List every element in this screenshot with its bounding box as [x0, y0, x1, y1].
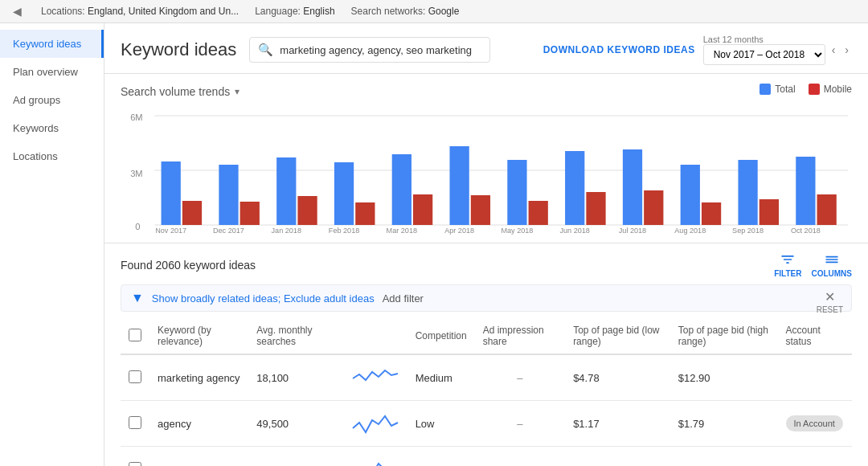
svg-rect-18: [392, 154, 411, 225]
filter-button[interactable]: FILTER: [774, 251, 801, 278]
svg-rect-24: [507, 160, 526, 225]
svg-text:Apr 2018: Apr 2018: [444, 227, 474, 235]
table-body: marketing agency 18,100 Medium – $4.78 $…: [121, 354, 852, 466]
row-checkbox-cell: [121, 401, 149, 447]
svg-text:0: 0: [135, 222, 140, 231]
date-range-select[interactable]: Nov 2017 – Oct 2018: [703, 44, 825, 65]
svg-rect-7: [182, 201, 202, 225]
sidebar-item-ad-groups[interactable]: Ad groups: [0, 86, 104, 114]
svg-rect-30: [623, 149, 642, 225]
sparkline-svg-2: [351, 454, 399, 466]
svg-rect-31: [644, 190, 663, 225]
row-competition: Medium: [407, 354, 475, 401]
svg-text:Feb 2018: Feb 2018: [329, 227, 359, 235]
svg-text:Jun 2018: Jun 2018: [559, 227, 589, 235]
header-keyword: Keyword (by relevance): [149, 318, 248, 354]
row-bid-low: $10.82: [565, 447, 670, 467]
content-header: Keyword ideas 🔍 DOWNLOAD KEYWORD IDEAS L…: [104, 23, 868, 74]
select-all-checkbox[interactable]: [129, 329, 141, 341]
row-sparkline: [343, 354, 407, 401]
svg-rect-21: [450, 146, 469, 225]
sparkline-svg-0: [351, 362, 399, 390]
in-account-badge: In Account: [786, 415, 843, 431]
reset-button[interactable]: ✕ RESET: [817, 289, 843, 314]
header-left: Keyword ideas 🔍: [121, 37, 490, 63]
row-checkbox-2[interactable]: [129, 462, 141, 467]
row-sparkline: [343, 401, 407, 447]
date-prev-button[interactable]: ‹: [829, 42, 839, 58]
row-bid-low: $4.78: [565, 354, 670, 401]
chart-section: Search volume trends ▾ Total Mobile: [104, 74, 868, 235]
row-checkbox-0[interactable]: [129, 370, 141, 383]
svg-rect-9: [219, 165, 238, 225]
networks-label: Search networks: Google: [351, 6, 460, 17]
sidebar-item-keywords[interactable]: Keywords: [0, 114, 104, 142]
row-keyword: marketing agency: [149, 354, 248, 401]
row-impression-share: –: [475, 447, 565, 467]
row-checkbox-cell: [121, 354, 149, 401]
svg-text:Mar 2018: Mar 2018: [387, 227, 417, 235]
table-header-row: Keyword (by relevance) Avg. monthly sear…: [121, 318, 852, 354]
row-keyword: agency: [149, 401, 248, 447]
svg-rect-13: [297, 196, 317, 225]
language-label: Language: English: [255, 6, 334, 17]
svg-text:Nov 2017: Nov 2017: [155, 227, 186, 235]
row-bid-high: $12.90: [670, 354, 778, 401]
search-input[interactable]: [280, 44, 481, 56]
main-container: Keyword ideas Plan overview Ad groups Ke…: [0, 23, 868, 466]
svg-rect-16: [355, 202, 375, 225]
locations-label: Locations: England, United Kingdom and U…: [41, 6, 239, 17]
results-header: Found 2060 keyword ideas FILTER COLUMNS: [121, 251, 852, 278]
results-count: Found 2060 keyword ideas: [121, 259, 256, 272]
columns-button[interactable]: COLUMNS: [811, 251, 852, 278]
add-filter-text[interactable]: Add filter: [383, 292, 424, 305]
row-avg-searches: 5,400: [248, 447, 342, 467]
table-row: marketing agency 18,100 Medium – $4.78 $…: [121, 354, 852, 401]
sidebar-item-locations[interactable]: Locations: [0, 142, 104, 170]
svg-rect-15: [334, 162, 354, 225]
filter-text[interactable]: Show broadly related ideas; Exclude adul…: [152, 292, 375, 305]
legend-mobile: Mobile: [809, 84, 852, 95]
sidebar: Keyword ideas Plan overview Ad groups Ke…: [0, 23, 104, 466]
svg-rect-10: [240, 202, 260, 225]
row-keyword: seo marketing: [149, 447, 248, 467]
search-box[interactable]: 🔍: [249, 37, 490, 63]
row-account-status: [778, 447, 853, 467]
date-next-button[interactable]: ›: [841, 42, 852, 58]
svg-rect-12: [276, 157, 296, 225]
header-avg-searches: Avg. monthly searches: [248, 318, 342, 354]
row-sparkline: [343, 447, 407, 467]
svg-rect-37: [760, 199, 779, 225]
chart-svg: 6M 3M 0 Nov 2017 Dec 2017: [121, 106, 852, 235]
sidebar-item-plan-overview[interactable]: Plan overview: [0, 58, 104, 86]
back-button[interactable]: ◀: [10, 5, 25, 18]
download-button[interactable]: DOWNLOAD KEYWORD IDEAS: [543, 44, 695, 55]
results-section: Found 2060 keyword ideas FILTER COLUMNS: [104, 243, 868, 466]
svg-rect-40: [817, 194, 837, 225]
svg-text:Dec 2017: Dec 2017: [213, 227, 244, 235]
svg-text:May 2018: May 2018: [501, 227, 533, 235]
header-bid-high: Top of page bid (high range): [670, 318, 778, 354]
svg-text:Jul 2018: Jul 2018: [619, 227, 646, 235]
svg-text:Aug 2018: Aug 2018: [674, 227, 706, 235]
row-bid-high: $1.79: [670, 401, 778, 447]
filter-funnel-icon: ▼: [131, 291, 144, 305]
sidebar-item-keyword-ideas[interactable]: Keyword ideas: [0, 30, 104, 58]
svg-text:Sep 2018: Sep 2018: [732, 227, 764, 235]
row-impression-share: –: [475, 354, 565, 401]
chart-dropdown-icon[interactable]: ▾: [235, 86, 240, 97]
svg-rect-22: [471, 195, 490, 225]
chart-legend: Total Mobile: [760, 84, 852, 95]
chart-header: Search volume trends ▾ Total Mobile: [121, 84, 852, 100]
row-checkbox-1[interactable]: [129, 416, 141, 429]
columns-icon: [824, 251, 840, 268]
svg-rect-28: [586, 192, 605, 225]
svg-rect-36: [738, 160, 757, 225]
keywords-table: Keyword (by relevance) Avg. monthly sear…: [121, 318, 852, 466]
table-row: agency 49,500 Low – $1.17 $1.79 In Accou…: [121, 401, 852, 447]
legend-total: Total: [760, 84, 795, 95]
row-checkbox-cell: [121, 447, 149, 467]
row-avg-searches: 18,100: [248, 354, 342, 401]
date-range-container: Last 12 months Nov 2017 – Oct 2018: [703, 35, 825, 65]
row-bid-low: $1.17: [565, 401, 670, 447]
